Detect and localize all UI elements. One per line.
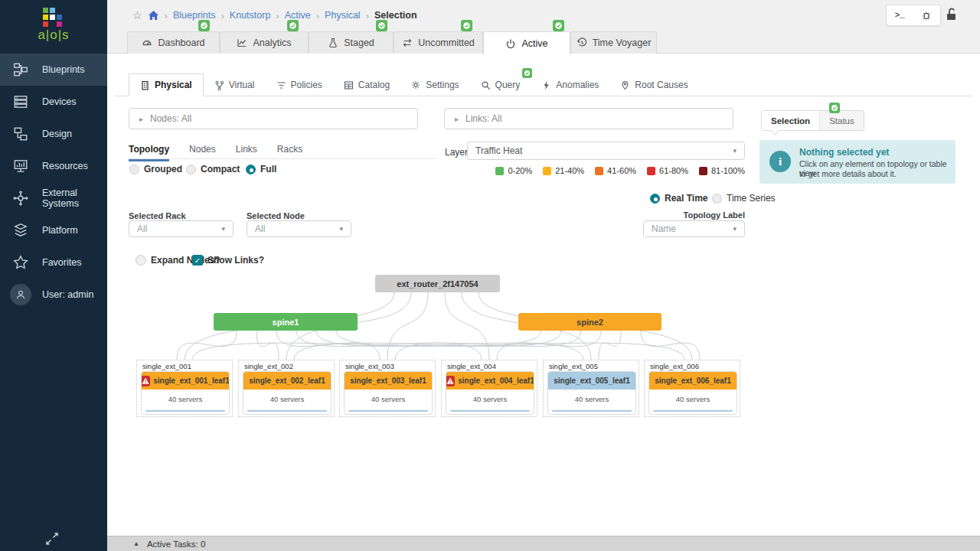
links-filter-label: Links: All [466, 113, 501, 124]
home-icon[interactable] [148, 10, 159, 21]
unlock-icon[interactable] [945, 7, 959, 22]
servers-indicator [247, 410, 327, 412]
tab-time-voyager[interactable]: Time Voyager [570, 31, 657, 54]
history-clock-icon [577, 37, 587, 48]
legend-label: 61-80% [659, 166, 688, 175]
leaf-label: single_ext_002_leaf1 [249, 377, 325, 385]
tab-analytics[interactable]: Analytics [220, 31, 309, 54]
sidebar-item-favorites[interactable]: Favorites [0, 246, 107, 279]
node-ext-router[interactable]: ext_router_2f147054 [375, 275, 500, 292]
rack-single-ext-006[interactable]: single_ext_006 single_ext_006_leaf1 40 s… [644, 360, 740, 417]
subtab-virtual[interactable]: Virtual [204, 73, 266, 96]
leaf-node[interactable]: single_ext_004_leaf1 [446, 372, 534, 390]
sidebar-item-blueprints[interactable]: Blueprints [0, 54, 107, 86]
sidebar-item-label: Devices [42, 96, 76, 107]
favorite-star-icon[interactable]: ☆ [132, 9, 142, 21]
sidebar-item-devices[interactable]: Devices [0, 86, 107, 118]
breadcrumb-active[interactable]: Active [285, 10, 311, 21]
legend-item: 0-20% [495, 166, 532, 175]
tab-staged[interactable]: Staged [309, 31, 394, 54]
breadcrumb-blueprints[interactable]: Blueprints [173, 10, 216, 21]
subtab-catalog[interactable]: Catalog [333, 73, 400, 96]
sidebar-item-resources[interactable]: Resources [0, 150, 107, 182]
rack-single-ext-004[interactable]: single_ext_004 single_ext_004_leaf1 40 s… [441, 360, 537, 417]
sidebar-item-platform[interactable]: Platform [0, 214, 107, 246]
tab-dashboard[interactable]: Dashboard [127, 31, 220, 54]
subtab-anomalies[interactable]: Anomalies [531, 73, 609, 96]
servers-count[interactable]: 40 servers [142, 395, 229, 403]
topology-label-caption: Topology Label [668, 210, 745, 220]
legend-label: 21-40% [555, 166, 584, 175]
status-ok-badge [376, 20, 387, 31]
status-ok-badge [553, 20, 564, 31]
leaf-node[interactable]: single_ext_001_leaf1 [142, 372, 229, 390]
radio-label: Grouped [144, 164, 182, 174]
tab-selection[interactable]: Selection [762, 111, 819, 130]
tab-active[interactable]: Active [483, 31, 570, 54]
bug-report-icon[interactable] [921, 10, 932, 21]
leaf-label: single_ext_003_leaf1 [350, 377, 426, 385]
layer-select[interactable]: Traffic Heat ▾ [467, 142, 745, 160]
rack-single-ext-003[interactable]: single_ext_003 single_ext_003_leaf1 40 s… [339, 360, 436, 417]
nodes-filter[interactable]: ▸ Nodes: All [129, 108, 418, 129]
node-spine2[interactable]: spine2 [518, 313, 662, 331]
servers-count[interactable]: 40 servers [649, 395, 737, 403]
breadcrumb-knutstorp[interactable]: Knutstorp [230, 10, 271, 21]
leaf-node[interactable]: single_ext_005_leaf1 [548, 372, 635, 390]
servers-count[interactable]: 40 servers [446, 395, 534, 403]
time-series-radio[interactable]: Time Series [712, 193, 776, 204]
tab-status[interactable]: Status [819, 111, 864, 130]
links-filter[interactable]: ▸ Links: All [444, 108, 733, 129]
rack-label: single_ext_002 [243, 362, 295, 370]
status-ok-badge [522, 68, 532, 78]
blueprints-icon [12, 61, 29, 78]
subtab-settings[interactable]: Settings [400, 73, 469, 96]
rack-label: single_ext_005 [547, 362, 599, 370]
traffic-heat-legend: 0-20% 21-40% 41-60% 61-80% 81-100% [495, 166, 745, 175]
leaf-node[interactable]: single_ext_006_leaf1 [649, 372, 737, 390]
subtab-physical[interactable]: Physical [129, 73, 204, 96]
rack-single-ext-001[interactable]: single_ext_001 single_ext_001_leaf1 40 s… [136, 360, 233, 417]
servers-indicator [653, 410, 733, 412]
mode-compact[interactable]: Compact [186, 164, 240, 174]
topology-label-select[interactable]: Name ▾ [643, 220, 745, 237]
mode-full[interactable]: Full [246, 164, 276, 174]
subtab-root-causes[interactable]: Root Causes [609, 73, 698, 96]
radio-label: Real Time [665, 193, 707, 204]
node-spine1[interactable]: spine1 [214, 313, 358, 331]
tab-label: Staged [344, 37, 374, 48]
selected-rack-select[interactable]: All ▾ [129, 220, 234, 237]
terminal-icon[interactable]: >_ [895, 11, 905, 20]
rack-single-ext-002[interactable]: single_ext_002 single_ext_002_leaf1 40 s… [238, 360, 335, 417]
subtab-policies[interactable]: Policies [266, 73, 333, 96]
active-tasks-bar[interactable]: ▲ Active Tasks: 0 [107, 536, 980, 551]
leaf-node[interactable]: single_ext_002_leaf1 [243, 372, 331, 390]
legend-swatch [595, 167, 603, 175]
breadcrumb-physical[interactable]: Physical [325, 10, 361, 21]
sidebar-collapse-icon[interactable] [44, 531, 60, 546]
real-time-radio[interactable]: Real Time [650, 193, 707, 204]
breadcrumb-separator: › [316, 10, 319, 21]
active-tasks-label: Active Tasks: 0 [147, 540, 206, 549]
servers-count[interactable]: 40 servers [548, 395, 635, 403]
nodes-filter-label: Nodes: All [150, 113, 191, 124]
sidebar-item-user[interactable]: User: admin [0, 279, 107, 311]
sidebar-item-external-systems[interactable]: External Systems [0, 182, 107, 214]
status-ok-badge [829, 103, 840, 113]
servers-count[interactable]: 40 servers [243, 395, 331, 403]
selected-node-select[interactable]: All ▾ [247, 220, 351, 237]
subtab-query[interactable]: Query [470, 73, 531, 96]
breadcrumb-separator: › [366, 10, 369, 21]
leaf-label: single_ext_004_leaf1 [458, 377, 534, 385]
tab-uncommitted[interactable]: Uncommitted [394, 31, 483, 54]
mode-grouped[interactable]: Grouped [129, 164, 182, 174]
sidebar-item-design[interactable]: Design [0, 118, 107, 150]
power-icon [505, 38, 516, 49]
legend-swatch [647, 167, 655, 175]
leaf-node[interactable]: single_ext_003_leaf1 [345, 372, 432, 390]
checkbox-unchecked-icon [136, 255, 146, 266]
servers-count[interactable]: 40 servers [345, 395, 432, 403]
rack-single-ext-005[interactable]: single_ext_005 single_ext_005_leaf1 40 s… [543, 360, 639, 417]
selected-rack-label: Selected Rack [129, 211, 186, 220]
show-links-checkbox[interactable]: ✓ Show Links? [192, 255, 264, 266]
